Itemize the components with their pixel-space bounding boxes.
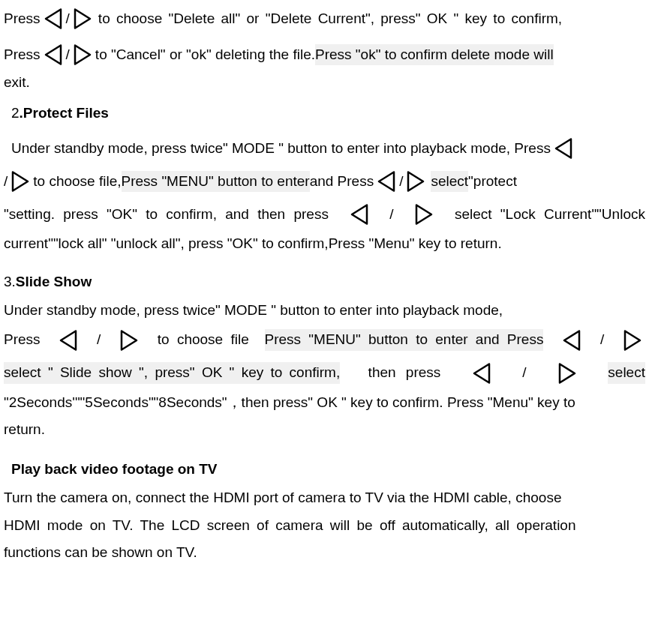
text: / <box>522 362 526 384</box>
paragraph-tv-3: functions can be shown on TV. <box>4 542 645 564</box>
text-highlighted: select <box>431 171 468 193</box>
section-number: 2 <box>11 105 20 121</box>
text: to "Cancel" or "ok" deleting the file. <box>95 44 315 66</box>
triangle-left-icon <box>560 329 583 352</box>
heading-text: Slide Show <box>16 274 92 289</box>
text: to choose file <box>158 329 249 351</box>
text: / <box>4 171 8 193</box>
triangle-left-icon <box>57 329 80 352</box>
triangle-left-icon <box>42 43 65 66</box>
triangle-right-icon <box>413 203 435 226</box>
text: / <box>66 8 70 30</box>
text: to choose file, <box>33 171 121 193</box>
paragraph-slide-4: "2Seconds'""5Seconds""8Seconds"，then pre… <box>4 392 645 414</box>
paragraph-protect-3: "setting. press "OK" to confirm, and the… <box>4 203 645 226</box>
triangle-right-icon <box>621 329 644 352</box>
text-highlighted: Press "MENU" button to enter <box>122 171 310 193</box>
paragraph-delete-2: Press / to "Cancel" or "ok" deleting the… <box>4 43 645 66</box>
text: then press <box>368 362 441 384</box>
paragraph-delete-2b: exit. <box>4 72 645 94</box>
paragraph-slide-2: Press / to choose file Press "MENU" butt… <box>4 329 645 352</box>
text: and Press <box>310 171 374 193</box>
triangle-right-icon <box>9 170 32 193</box>
paragraph-protect-2: / to choose file, Press "MENU" button to… <box>4 170 645 193</box>
heading-playback-tv: Play back video footage on TV <box>4 459 645 481</box>
triangle-right-icon <box>71 43 94 66</box>
text: / <box>399 171 403 193</box>
triangle-left-icon <box>348 203 371 226</box>
text: "protect <box>468 171 517 193</box>
text-highlighted: Press "ok" to confirm delete mode will <box>315 44 554 66</box>
paragraph-slide-4b: return. <box>4 419 645 441</box>
paragraph-slide-1: Under standby mode, press twice" MODE " … <box>4 300 645 322</box>
heading-protect-files: 2.Protect Files <box>4 103 645 124</box>
text: / <box>600 329 604 351</box>
text: Press <box>4 329 41 351</box>
paragraph-tv-2: HDMI mode on TV. The LCD screen of camer… <box>4 515 645 537</box>
text: / <box>66 44 70 66</box>
triangle-right-icon <box>71 7 94 30</box>
text: Press <box>4 8 41 30</box>
triangle-right-icon <box>556 362 578 385</box>
text: select "Lock Current""Unlock <box>455 204 645 226</box>
text-highlighted: select " Slide show ", press" OK " key t… <box>4 362 340 384</box>
triangle-left-icon <box>552 137 575 160</box>
paragraph-slide-3: select " Slide show ", press" OK " key t… <box>4 362 645 385</box>
triangle-left-icon <box>375 170 398 193</box>
text: / <box>389 204 393 226</box>
section-number: 3. <box>4 274 16 289</box>
text-highlighted: select <box>608 362 645 384</box>
text: / <box>97 329 101 351</box>
heading-slide-show: 3.Slide Show <box>4 271 645 293</box>
text: to choose "Delete all" or "Delete Curren… <box>98 8 645 30</box>
triangle-right-icon <box>404 170 427 193</box>
triangle-left-icon <box>42 7 65 30</box>
text: Under standby mode, press twice" MODE " … <box>11 138 551 160</box>
text: Press <box>4 44 41 66</box>
text: "setting. press "OK" to confirm, and the… <box>4 204 329 226</box>
paragraph-tv-1: Turn the camera on, connect the HDMI por… <box>4 487 645 509</box>
paragraph-protect-1: Under standby mode, press twice" MODE " … <box>4 137 645 160</box>
triangle-left-icon <box>470 362 493 385</box>
paragraph-delete-1: Press / to choose "Delete all" or "Delet… <box>4 7 645 30</box>
heading-text: .Protect Files <box>20 105 109 121</box>
triangle-right-icon <box>118 329 140 352</box>
paragraph-protect-4: current""lock all" "unlock all", press "… <box>4 233 645 255</box>
text-highlighted: Press "MENU" button to enter and Press <box>265 329 544 351</box>
